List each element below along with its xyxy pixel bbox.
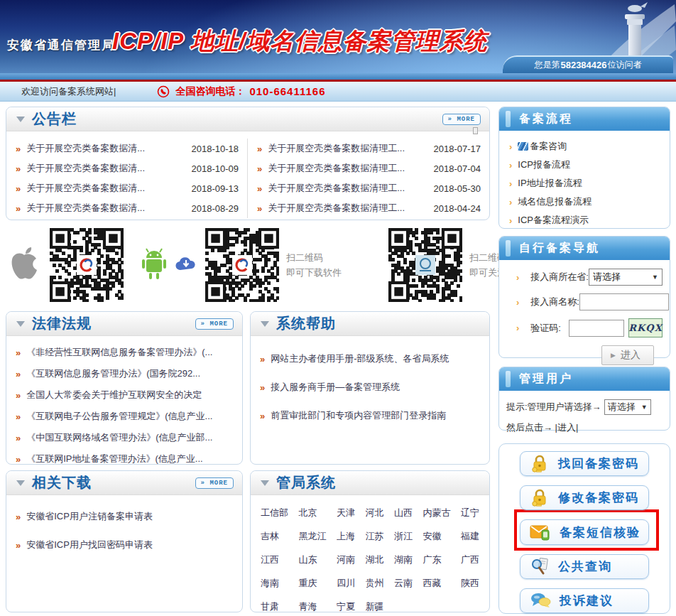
arrow-right-icon: ▶ [611, 352, 616, 359]
bureau-link[interactable]: 黑龙江 [299, 530, 327, 543]
bureau-link[interactable]: 青海 [299, 600, 327, 613]
sms-verification-button[interactable]: 备案短信核验 [520, 519, 649, 544]
admin-hint-text: 提示:管理用户请选择→ [506, 401, 601, 414]
ios-download-qr-code [50, 228, 124, 302]
bureau-link[interactable]: 天津 [337, 507, 355, 519]
announcement-link[interactable]: 关于开展空壳类备案数据清... [26, 202, 183, 215]
arrow-bullet-icon: » [260, 411, 265, 421]
apple-icon[interactable] [9, 245, 40, 285]
agency-name: 安徽省通信管理局 [7, 37, 115, 53]
bureau-link[interactable]: 广东 [423, 553, 451, 566]
help-link[interactable]: 网站主办者使用手册-部级系统、各省局系统 [271, 352, 489, 365]
law-link[interactable]: 《互联网电子公告服务管理规定》(信息产业... [26, 410, 242, 423]
announcement-link[interactable]: 关于开展空壳类备案数据清理工... [268, 202, 425, 215]
captcha-image[interactable]: RKQX [628, 318, 663, 337]
cloud-download-icon[interactable] [175, 256, 197, 274]
welcome-bar: 欢迎访问备案系统网站| 全国咨询电话： 010-66411166 [0, 82, 676, 102]
android-icon[interactable] [139, 247, 169, 283]
triangle-icon [261, 480, 269, 486]
law-link[interactable]: 《互联网IP地址备案管理办法》(信息产业... [26, 453, 242, 465]
bureau-link[interactable]: 内蒙古 [423, 507, 451, 519]
download-link[interactable]: 安徽省ICP用户注销备案申请表 [26, 510, 242, 523]
button-label: 投诉建议 [560, 593, 614, 609]
bureau-link[interactable]: 工信部 [261, 507, 288, 519]
bureau-link[interactable]: 重庆 [299, 577, 327, 590]
laws-more-button[interactable]: » MORE [195, 318, 234, 330]
bureau-link[interactable]: 安徽 [423, 530, 451, 543]
retrieve-password-button[interactable]: 找回备案密码 [520, 451, 649, 476]
bureau-link[interactable]: 贵州 [366, 577, 384, 590]
bureau-link[interactable]: 新疆 [366, 600, 384, 613]
announcement-link[interactable]: 关于开展空壳类备案数据清... [26, 182, 183, 195]
bureau-link[interactable]: 江西 [261, 553, 288, 566]
law-item: »《互联网信息服务管理办法》(国务院292... [6, 363, 242, 384]
complaints-button[interactable]: 投诉建议 [520, 588, 649, 613]
self-filing-header: 自行备案导航 [499, 237, 670, 260]
admin-user-select[interactable]: 请选择 ▼ [604, 399, 651, 415]
bureau-link[interactable]: 福建 [461, 530, 479, 543]
wechat-follow-qr-code [388, 228, 462, 302]
hotline-label: 全国咨询电话： [175, 85, 245, 98]
lock-key-icon [530, 489, 550, 507]
bureau-link[interactable]: 宁夏 [337, 600, 355, 613]
announcement-link[interactable]: 关于开展空壳类备案数据清... [26, 142, 183, 155]
bureau-link[interactable]: 山西 [394, 507, 413, 519]
downloads-more-button[interactable]: » MORE [195, 477, 234, 489]
bureau-link[interactable]: 湖北 [366, 553, 384, 566]
bureau-link[interactable]: 北京 [299, 507, 327, 519]
search-doc-icon [530, 557, 550, 576]
process-link[interactable]: 域名信息报备流程 [518, 195, 592, 208]
process-link[interactable]: ICP备案流程演示 [518, 214, 589, 227]
bureau-link[interactable]: 陕西 [461, 577, 479, 590]
phone-icon [157, 85, 170, 98]
bureau-link[interactable]: 山东 [299, 553, 327, 566]
visitor-count: 582384426 [560, 60, 606, 70]
bureau-link[interactable]: 云南 [394, 577, 413, 590]
bureau-link[interactable]: 广西 [461, 553, 479, 566]
bureau-link[interactable]: 四川 [337, 577, 355, 590]
downloads-header: 相关下载 » MORE [6, 471, 242, 495]
province-select[interactable]: 请选择 ▼ [589, 269, 663, 286]
announcement-link[interactable]: 关于开展空壳类备案数据清理工... [268, 182, 425, 195]
enter-button[interactable]: ▶ 进入 [601, 345, 654, 365]
bureau-link[interactable]: 海南 [261, 577, 288, 590]
law-link[interactable]: 《非经营性互联网信息服务备案管理办法》(... [26, 346, 242, 359]
announcement-item: »关于开展空壳类备案数据清...2018-10-18 [6, 139, 247, 158]
bureau-link[interactable]: 河南 [337, 553, 355, 566]
announcement-link[interactable]: 关于开展空壳类备案数据清... [26, 162, 183, 175]
android-download-qr-code [205, 228, 279, 302]
announcement-date: 2018-07-04 [425, 163, 481, 174]
process-link[interactable]: IP地址报备流程 [518, 177, 582, 190]
bureau-link[interactable]: 甘肃 [261, 600, 288, 613]
law-link[interactable]: 全国人大常委会关于维护互联网安全的决定 [26, 389, 242, 401]
arrow-bullet-icon: » [16, 203, 21, 214]
download-link[interactable]: 安徽省ICP用户找回密码申请表 [26, 539, 242, 551]
process-link[interactable]: ICP报备流程 [518, 158, 570, 171]
captcha-input[interactable] [569, 320, 624, 337]
button-label: 找回备案密码 [558, 455, 639, 472]
isp-name-input[interactable] [579, 293, 669, 310]
announcement-link[interactable]: 关于开展空壳类备案数据清理工... [268, 142, 425, 155]
help-link[interactable]: 前置审批部门和专项内容管理部门登录指南 [271, 409, 489, 422]
announcement-link[interactable]: 关于开展空壳类备案数据清理工... [268, 162, 425, 175]
laws-panel: 法律法规 » MORE »《非经营性互联网信息服务备案管理办法》(... »《互… [6, 311, 243, 465]
bureau-link[interactable]: 河北 [366, 507, 384, 519]
public-query-button[interactable]: 公共查询 [520, 554, 649, 579]
bureau-link[interactable]: 上海 [337, 530, 355, 543]
chevron-down-icon: ▼ [652, 274, 658, 281]
help-link[interactable]: 接入服务商手册—备案管理系统 [271, 381, 489, 394]
announcements-left-column: »关于开展空壳类备案数据清...2018-10-18 »关于开展空壳类备案数据清… [6, 139, 248, 218]
bureau-link[interactable]: 湖南 [394, 553, 413, 566]
change-password-button[interactable]: 修改备案密码 [520, 485, 649, 510]
bureau-link[interactable]: 辽宁 [461, 507, 479, 519]
announcements-more-button[interactable]: » MORE [442, 114, 481, 125]
bureau-link[interactable]: 浙江 [394, 530, 413, 543]
bureau-link[interactable]: 西藏 [423, 577, 451, 590]
bureau-link[interactable]: 江苏 [366, 530, 384, 543]
law-link[interactable]: 《中国互联网络域名管理办法》(信息产业部... [26, 431, 242, 444]
law-link[interactable]: 《互联网信息服务管理办法》(国务院292... [26, 367, 242, 380]
header-accent-bar [506, 111, 511, 127]
bureaus-title: 管局系统 [276, 473, 336, 492]
bureau-link[interactable]: 吉林 [261, 530, 288, 543]
process-link[interactable]: 备案咨询 [518, 140, 567, 153]
